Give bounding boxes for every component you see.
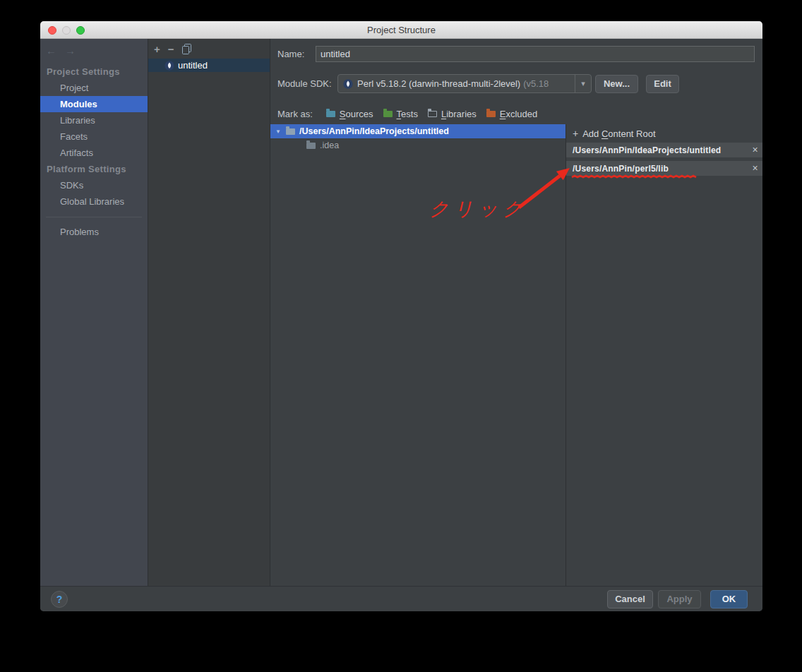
module-name-input[interactable] — [316, 46, 755, 62]
footer-buttons: Cancel Apply OK — [607, 590, 748, 608]
edit-sdk-button[interactable]: Edit — [646, 75, 679, 93]
content-roots-panel: + Add Content Root /Users/AnnPin/IdeaPro… — [565, 124, 762, 586]
copy-module-icon[interactable] — [182, 44, 191, 55]
module-sdk-select[interactable]: Perl v5.18.2 (darwin-thread-multi-2level… — [337, 74, 592, 93]
remove-module-icon[interactable]: − — [168, 45, 174, 54]
dialog-body: ←→ Project Settings Project Modules Libr… — [40, 39, 762, 586]
module-item-label: untitled — [178, 60, 208, 71]
module-sdk-label: Module SDK: — [277, 78, 332, 89]
remove-root-icon[interactable]: × — [753, 143, 758, 157]
cancel-button[interactable]: Cancel — [607, 590, 653, 608]
tree-row-content-root[interactable]: ▼ /Users/AnnPin/IdeaProjects/untitled — [270, 124, 565, 138]
dialog-footer: ? Cancel Apply OK — [40, 586, 762, 611]
content-root-path: /Users/AnnPin/perl5/lib — [573, 164, 669, 174]
mark-as-excluded-label: Excluded — [500, 109, 537, 119]
mark-as-tests[interactable]: Tests — [383, 109, 418, 119]
mark-as-tests-label: Tests — [397, 109, 418, 119]
sidebar-item-problems[interactable]: Problems — [40, 224, 148, 240]
folder-icon — [286, 128, 295, 135]
content-root-tree: ▼ /Users/AnnPin/IdeaProjects/untitled .i… — [270, 124, 565, 586]
module-list-panel: + − untitled — [148, 39, 270, 586]
content-root-row-untitled[interactable]: /Users/AnnPin/IdeaProjects/untitled × — [566, 143, 762, 157]
name-label: Name: — [277, 49, 304, 59]
content-root-path: /Users/AnnPin/IdeaProjects/untitled — [573, 145, 721, 155]
tree-row-idea-folder[interactable]: .idea — [270, 138, 565, 152]
apply-button[interactable]: Apply — [658, 590, 701, 608]
mark-as-sources-label: Sources — [340, 109, 373, 119]
project-structure-dialog: Project Structure ←→ Project Settings Pr… — [40, 21, 762, 611]
settings-sidebar: ←→ Project Settings Project Modules Libr… — [40, 39, 148, 586]
libraries-folder-icon — [428, 111, 437, 117]
add-module-icon[interactable]: + — [154, 45, 160, 54]
help-button[interactable]: ? — [51, 591, 68, 608]
remove-root-icon[interactable]: × — [753, 161, 758, 176]
sdk-version-hint: (v5.18 — [523, 78, 549, 89]
mark-as-row: Mark as: Sources Tests Libraries Exclude… — [277, 107, 547, 120]
ok-button[interactable]: OK — [710, 590, 748, 608]
sidebar-divider — [46, 217, 142, 217]
sidebar-item-libraries[interactable]: Libraries — [40, 112, 148, 128]
section-header-project-settings: Project Settings — [40, 64, 148, 80]
tree-row-label: .idea — [320, 140, 339, 150]
window-title: Project Structure — [40, 21, 762, 39]
add-content-root-link[interactable]: + Add Content Root — [566, 124, 762, 143]
title-bar: Project Structure — [40, 21, 762, 39]
minimize-button — [62, 26, 71, 35]
mark-as-label: Mark as: — [277, 109, 313, 119]
sidebar-item-facets[interactable]: Facets — [40, 128, 148, 145]
sidebar-item-sdks[interactable]: SDKs — [40, 177, 148, 193]
sidebar-item-project[interactable]: Project — [40, 80, 148, 96]
close-button[interactable] — [48, 26, 56, 35]
sidebar-item-modules[interactable]: Modules — [40, 96, 148, 112]
module-list-item[interactable]: untitled — [148, 59, 270, 72]
sources-folder-icon — [326, 111, 335, 117]
mark-as-libraries[interactable]: Libraries — [428, 109, 477, 119]
sidebar-item-global-libraries[interactable]: Global Libraries — [40, 193, 148, 210]
content-split: ▼ /Users/AnnPin/IdeaProjects/untitled .i… — [270, 124, 762, 586]
forward-icon[interactable]: → — [65, 44, 76, 56]
module-toolbar: + − — [148, 39, 270, 56]
history-nav: ←→ — [40, 39, 148, 64]
tests-folder-icon — [383, 111, 393, 117]
tree-expand-icon[interactable]: ▼ — [274, 128, 282, 135]
section-header-platform-settings: Platform Settings — [40, 161, 148, 177]
add-content-root-label: Add Content Root — [582, 128, 655, 139]
plus-icon: + — [573, 128, 578, 139]
folder-icon — [306, 143, 316, 149]
new-sdk-button[interactable]: New... — [595, 75, 638, 93]
mark-as-libraries-label: Libraries — [441, 109, 477, 119]
content-root-row-perl5-lib[interactable]: /Users/AnnPin/perl5/lib × — [566, 161, 762, 176]
sidebar-item-artifacts[interactable]: Artifacts — [40, 145, 148, 161]
module-editor-panel: Name: Module SDK: Perl v5.18.2 (darwin-t… — [270, 39, 762, 586]
chevron-down-icon[interactable]: ▾ — [575, 75, 591, 92]
mark-as-sources[interactable]: Sources — [326, 109, 373, 119]
zoom-button[interactable] — [76, 26, 85, 35]
perl-icon — [164, 61, 174, 71]
tree-row-label: /Users/AnnPin/IdeaProjects/untitled — [299, 126, 449, 136]
back-icon[interactable]: ← — [46, 44, 56, 56]
sdk-selected-value: Perl v5.18.2 (darwin-thread-multi-2level… — [357, 78, 520, 89]
perl-icon — [343, 79, 353, 89]
excluded-folder-icon — [486, 111, 496, 117]
mark-as-excluded[interactable]: Excluded — [486, 109, 537, 119]
